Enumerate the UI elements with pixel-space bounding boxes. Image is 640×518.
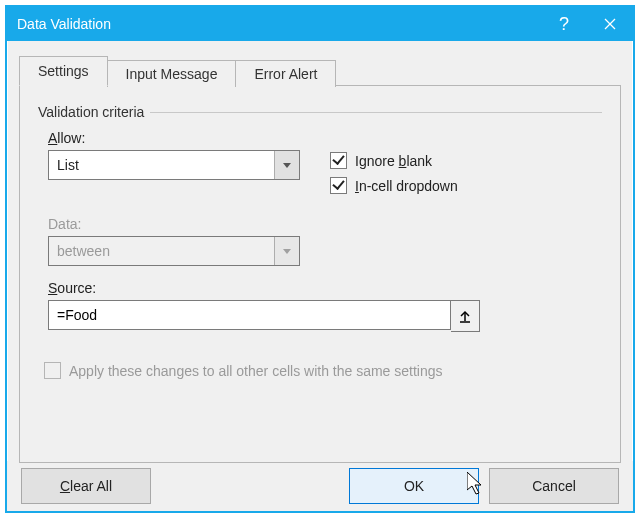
tab-strip: Settings Input Message Error Alert — [19, 55, 633, 85]
ignore-blank-check[interactable]: Ignore blank — [330, 152, 458, 169]
tab-error-alert[interactable]: Error Alert — [235, 60, 336, 87]
allow-combo-value: List — [49, 151, 274, 179]
checkbox-icon — [330, 152, 347, 169]
allow-combo[interactable]: List — [48, 150, 300, 180]
refedit-icon — [458, 309, 472, 323]
criteria-group: Validation criteria — [38, 104, 602, 120]
apply-all-check: Apply these changes to all other cells w… — [44, 362, 602, 379]
checkbox-icon — [330, 177, 347, 194]
dialog-button-row: Clear All OK Cancel — [7, 461, 633, 511]
data-validation-dialog: Data Validation ? Settings Input Message… — [5, 5, 635, 513]
data-field: Data: between — [48, 216, 300, 266]
cancel-button[interactable]: Cancel — [489, 468, 619, 504]
chevron-down-icon — [283, 163, 291, 168]
criteria-label: Validation criteria — [38, 104, 144, 120]
clear-all-button[interactable]: Clear All — [21, 468, 151, 504]
divider — [150, 112, 602, 113]
incell-dropdown-label: In-cell dropdown — [355, 178, 458, 194]
titlebar: Data Validation ? — [7, 7, 633, 41]
source-input[interactable] — [48, 300, 451, 330]
tab-label: Error Alert — [254, 66, 317, 82]
checkbox-icon — [44, 362, 61, 379]
close-button[interactable] — [587, 7, 633, 41]
allow-field: Allow: List — [48, 130, 300, 180]
data-combo-button — [274, 237, 299, 265]
ignore-blank-label: Ignore blank — [355, 153, 432, 169]
tab-input-message[interactable]: Input Message — [107, 60, 237, 87]
data-combo-value: between — [49, 237, 274, 265]
data-label: Data: — [48, 216, 300, 232]
tab-settings[interactable]: Settings — [19, 56, 108, 86]
refedit-button[interactable] — [451, 300, 480, 332]
apply-all-label: Apply these changes to all other cells w… — [69, 363, 443, 379]
ok-button[interactable]: OK — [349, 468, 479, 504]
tab-label: Settings — [38, 63, 89, 79]
chevron-down-icon — [283, 249, 291, 254]
help-icon: ? — [559, 14, 569, 35]
window-title: Data Validation — [17, 16, 541, 32]
allow-label: Allow: — [48, 130, 300, 146]
source-label: Source: — [48, 280, 96, 296]
tab-panel-settings: Validation criteria Allow: List — [19, 85, 621, 463]
incell-dropdown-check[interactable]: In-cell dropdown — [330, 177, 458, 194]
tab-label: Input Message — [126, 66, 218, 82]
help-button[interactable]: ? — [541, 7, 587, 41]
close-icon — [604, 18, 616, 30]
data-combo: between — [48, 236, 300, 266]
allow-combo-button[interactable] — [274, 151, 299, 179]
